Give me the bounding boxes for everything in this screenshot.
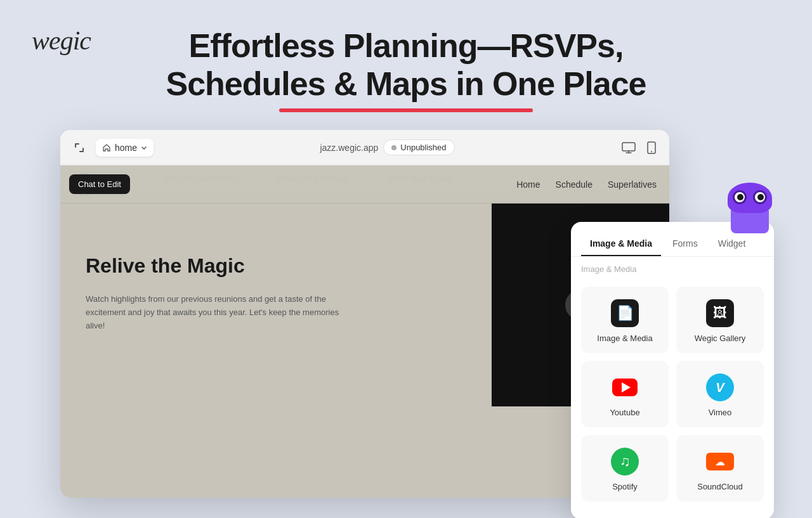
- url-bar: jazz.wegic.app Unpublished: [161, 139, 613, 155]
- soundcloud-label: SoundCloud: [697, 482, 743, 491]
- panel-grid: 📄 Image & Media 🖼 Wegic Gallery Youtube …: [571, 282, 774, 507]
- site-nav-links: Home Schedule Superlatives: [516, 179, 657, 190]
- mascot-head: [728, 183, 772, 213]
- panel-item-spotify[interactable]: ♫ Spotify: [581, 435, 669, 502]
- chat-to-edit-button[interactable]: Chat to Edit: [69, 174, 130, 194]
- status-dot: [391, 145, 396, 150]
- expand-icon[interactable]: [70, 139, 88, 157]
- status-label: Unpublished: [400, 143, 446, 152]
- nav-link-schedule[interactable]: Schedule: [556, 179, 593, 190]
- browser-controls: [70, 139, 88, 157]
- nav-link-superlatives[interactable]: Superlatives: [608, 179, 657, 190]
- panel-item-image-media[interactable]: 📄 Image & Media: [581, 287, 669, 353]
- monitor-icon[interactable]: [621, 140, 636, 155]
- image-media-icon: 📄: [611, 299, 639, 327]
- browser-bar: home jazz.wegic.app Unpublished: [60, 130, 669, 165]
- headline-text: Effortless Planning—RSVPs, Schedules & M…: [166, 27, 646, 103]
- mascot-left-eye: [733, 190, 747, 204]
- status-badge: Unpublished: [383, 139, 454, 155]
- mobile-icon[interactable]: [644, 140, 659, 155]
- mascot-right-eye: [753, 190, 767, 204]
- page-section-title: Relive the Magic: [86, 254, 454, 278]
- wegic-gallery-label: Wegic Gallery: [695, 333, 746, 343]
- top-section: wegic Effortless Planning—RSVPs, Schedul…: [0, 0, 812, 133]
- panel: Image & Media Forms Widget Image & Media…: [571, 222, 774, 518]
- soundcloud-icon: ☁: [706, 448, 734, 476]
- youtube-label: Youtube: [610, 408, 639, 417]
- panel-item-wegic-gallery[interactable]: 🖼 Wegic Gallery: [676, 287, 764, 353]
- content-left: Relive the Magic Watch highlights from o…: [60, 204, 479, 498]
- tab-forms[interactable]: Forms: [664, 232, 707, 256]
- tab-widget[interactable]: Widget: [709, 232, 755, 256]
- wegic-gallery-icon: 🖼: [706, 299, 734, 327]
- home-tab-label: home: [115, 143, 137, 153]
- panel-item-youtube[interactable]: Youtube: [581, 361, 669, 427]
- mascot-left-pupil: [737, 194, 743, 200]
- mascot: [724, 183, 775, 233]
- image-media-label: Image & Media: [597, 333, 652, 343]
- home-tab[interactable]: home: [96, 139, 154, 157]
- headline-area: Effortless Planning—RSVPs, Schedules & M…: [166, 27, 646, 112]
- youtube-icon: [611, 373, 639, 401]
- nav-link-home[interactable]: Home: [516, 179, 540, 190]
- panel-section-label: Image & Media: [571, 257, 774, 282]
- panel-item-vimeo[interactable]: V Vimeo: [676, 361, 764, 427]
- svg-point-2: [651, 151, 652, 152]
- headline-line2: Schedules & Maps in One Place: [166, 65, 646, 102]
- vimeo-label: Vimeo: [709, 408, 732, 417]
- spotify-icon: ♫: [611, 448, 639, 476]
- headline-line1: Effortless Planning—RSVPs,: [189, 27, 624, 64]
- svg-rect-0: [622, 143, 635, 151]
- url-text: jazz.wegic.app: [320, 143, 378, 153]
- mascot-right-pupil: [757, 194, 764, 200]
- wegic-logo: wegic: [32, 25, 91, 56]
- tab-image-media[interactable]: Image & Media: [581, 232, 661, 256]
- page-description: Watch highlights from our previous reuni…: [86, 293, 352, 332]
- logo-area: wegic: [32, 25, 91, 56]
- browser-actions: [621, 140, 659, 155]
- spotify-label: Spotify: [612, 482, 638, 491]
- site-nav: 🏛 Home Schedule Superlatives: [60, 165, 669, 204]
- panel-item-soundcloud[interactable]: ☁ SoundCloud: [676, 435, 764, 502]
- headline-underline: [279, 108, 533, 112]
- vimeo-icon: V: [706, 373, 734, 401]
